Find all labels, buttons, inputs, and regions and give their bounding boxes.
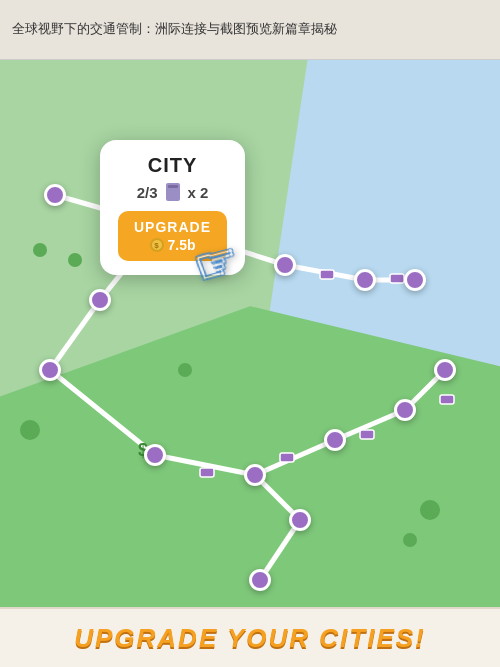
tree bbox=[68, 253, 82, 267]
city-popup-info: 2/3 x 2 bbox=[118, 183, 227, 201]
svg-rect-17 bbox=[280, 453, 294, 462]
game-map: $ CITY 2/3 x 2 UPGRADE $ 7.5b ☞ bbox=[0, 60, 500, 607]
building-icon bbox=[166, 183, 180, 201]
map-node[interactable] bbox=[404, 269, 426, 291]
map-node[interactable] bbox=[354, 269, 376, 291]
svg-rect-16 bbox=[390, 274, 404, 283]
header-bar: 全球视野下的交通管制：洲际连接与截图预览新篇章揭秘 bbox=[0, 0, 500, 60]
road-network bbox=[0, 60, 500, 607]
svg-rect-20 bbox=[200, 468, 214, 477]
map-node[interactable] bbox=[324, 429, 346, 451]
bottom-banner: UPGRADE YOUR CITIES! bbox=[0, 607, 500, 667]
map-node[interactable] bbox=[434, 359, 456, 381]
svg-rect-19 bbox=[440, 395, 454, 404]
map-node[interactable] bbox=[244, 464, 266, 486]
city-popup-title: CITY bbox=[118, 154, 227, 177]
map-node[interactable] bbox=[44, 184, 66, 206]
map-node[interactable] bbox=[289, 509, 311, 531]
coin-icon: $ bbox=[150, 238, 164, 252]
header-text: 全球视野下的交通管制：洲际连接与截图预览新篇章揭秘 bbox=[12, 20, 337, 38]
map-node[interactable] bbox=[274, 254, 296, 276]
map-node[interactable] bbox=[394, 399, 416, 421]
tree bbox=[20, 420, 40, 440]
map-node[interactable] bbox=[144, 444, 166, 466]
map-node[interactable] bbox=[249, 569, 271, 591]
map-node[interactable] bbox=[39, 359, 61, 381]
banner-text: UPGRADE YOUR CITIES! bbox=[74, 623, 426, 654]
tree bbox=[420, 500, 440, 520]
city-multiplier: x 2 bbox=[188, 184, 209, 201]
tree bbox=[403, 533, 417, 547]
tree bbox=[33, 243, 47, 257]
svg-line-5 bbox=[50, 300, 100, 370]
upgrade-button-label: UPGRADE bbox=[134, 219, 211, 235]
map-node[interactable] bbox=[89, 289, 111, 311]
svg-line-8 bbox=[255, 440, 335, 475]
svg-rect-15 bbox=[320, 270, 334, 279]
tree bbox=[178, 363, 192, 377]
svg-rect-18 bbox=[360, 430, 374, 439]
city-progress: 2/3 bbox=[137, 184, 158, 201]
